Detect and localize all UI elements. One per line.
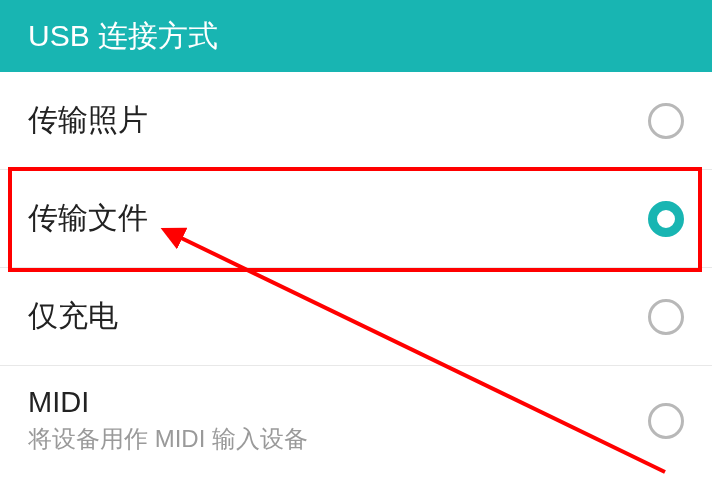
option-photo[interactable]: 传输照片 bbox=[0, 72, 712, 170]
radio-selected-icon[interactable] bbox=[648, 201, 684, 237]
option-text: 仅充电 bbox=[28, 296, 118, 337]
radio-unselected-icon[interactable] bbox=[648, 103, 684, 139]
option-subtitle: 将设备用作 MIDI 输入设备 bbox=[28, 423, 308, 455]
radio-unselected-icon[interactable] bbox=[648, 403, 684, 439]
option-text: 传输文件 bbox=[28, 198, 148, 239]
page-title: USB 连接方式 bbox=[28, 16, 218, 57]
option-text: 传输照片 bbox=[28, 100, 148, 141]
usb-options-list: 传输照片 传输文件 仅充电 MIDI 将设备用作 MIDI 输入设备 bbox=[0, 72, 712, 475]
option-charge[interactable]: 仅充电 bbox=[0, 268, 712, 366]
radio-unselected-icon[interactable] bbox=[648, 299, 684, 335]
option-label: MIDI bbox=[28, 386, 308, 419]
option-label: 传输文件 bbox=[28, 198, 148, 239]
option-label: 传输照片 bbox=[28, 100, 148, 141]
header-bar: USB 连接方式 bbox=[0, 0, 712, 72]
option-label: 仅充电 bbox=[28, 296, 118, 337]
option-text: MIDI 将设备用作 MIDI 输入设备 bbox=[28, 386, 308, 455]
option-midi[interactable]: MIDI 将设备用作 MIDI 输入设备 bbox=[0, 366, 712, 475]
option-file[interactable]: 传输文件 bbox=[0, 170, 712, 268]
